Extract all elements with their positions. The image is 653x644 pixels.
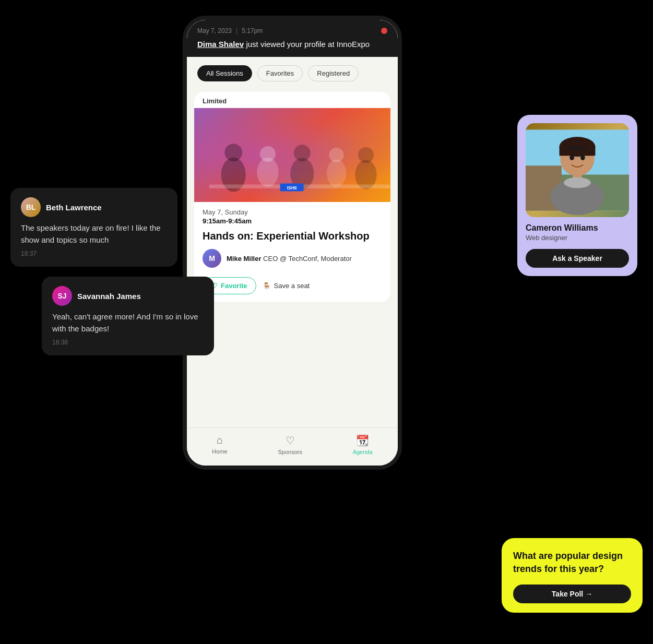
home-icon: ⌂	[217, 434, 223, 446]
phone-screen: May 7, 2023 | 5:17pm Dima Shalev just vi…	[183, 16, 402, 470]
sponsors-icon: ♡	[286, 434, 295, 447]
svg-point-6	[327, 159, 347, 187]
bottom-nav: ⌂ Home ♡ Sponsors 📆 Agenda	[187, 427, 398, 466]
chat-message-savannah: Yeah, can't agree more! And I'm so in lo…	[52, 311, 204, 335]
notification-meta-left: May 7, 2023 | 5:17pm	[197, 27, 263, 34]
conference-silhouettes: ISHII	[194, 108, 390, 202]
speaker-card-name: Cameron Williams	[526, 223, 629, 233]
svg-text:ISHII: ISHII	[287, 185, 297, 190]
svg-point-2	[257, 158, 278, 187]
speaker-role: CEO @ TechConf, Moderator	[263, 255, 352, 263]
session-info: May 7, Sunday 9:15am-9:45am Hands on: Ex…	[194, 202, 390, 277]
svg-point-3	[260, 146, 276, 162]
notification-dot	[381, 28, 387, 34]
speaker-card-role: Web designer	[526, 234, 629, 242]
conference-svg: ISHII	[194, 108, 390, 202]
svg-point-20	[580, 155, 585, 160]
svg-point-5	[294, 145, 311, 161]
speaker-card-photo	[526, 123, 629, 217]
chat-message-beth: The speakers today are on fire! I like t…	[21, 222, 167, 246]
separator: |	[236, 27, 238, 34]
nav-sponsors[interactable]: ♡ Sponsors	[278, 434, 302, 455]
notification-text: Dima Shalev just viewed your profile at …	[197, 39, 387, 50]
session-actions: ♡ Favorite 🪑 Save a seat	[194, 277, 390, 294]
session-speaker: M Mike Miller CEO @ TechConf, Moderator	[203, 249, 382, 268]
speaker-avatar: M	[203, 249, 221, 268]
session-card: Limited	[194, 92, 390, 302]
session-time: 9:15am-9:45am	[203, 217, 382, 225]
limited-badge: Limited	[194, 92, 390, 108]
svg-point-7	[329, 148, 344, 162]
chat-bubble-savannah: SJ Savannah James Yeah, can't agree more…	[42, 277, 214, 355]
session-image: ISHII	[194, 108, 390, 202]
svg-point-1	[224, 144, 242, 161]
poll-card: What are popular design trends for this …	[502, 538, 643, 613]
seat-icon: 🪑	[263, 282, 271, 290]
avatar-savannah: SJ	[52, 286, 72, 306]
notification-date: May 7, 2023	[197, 27, 232, 34]
notification-time: 5:17pm	[242, 27, 263, 34]
favorite-label: Favorite	[221, 282, 247, 290]
tabs-bar: All Sessions Favorites Registered	[187, 57, 398, 87]
nav-home-label: Home	[212, 448, 227, 455]
avatar-beth: BL	[21, 197, 41, 217]
notification-bar: May 7, 2023 | 5:17pm Dima Shalev just vi…	[187, 20, 398, 57]
agenda-icon: 📆	[356, 434, 369, 447]
chat-user-beth: BL Beth Lawrence	[21, 197, 167, 217]
svg-rect-24	[568, 147, 587, 150]
nav-agenda-label: Agenda	[353, 449, 373, 455]
speaker-name: Mike Miller	[227, 255, 261, 263]
svg-point-19	[569, 155, 574, 160]
chat-time-beth: 18:37	[21, 250, 167, 257]
nav-home[interactable]: ⌂ Home	[212, 434, 227, 455]
ask-speaker-button[interactable]: Ask a Speaker	[526, 249, 629, 268]
chat-user-savannah: SJ Savannah James	[52, 286, 204, 306]
nav-sponsors-label: Sponsors	[278, 449, 302, 455]
save-seat-label: Save a seat	[274, 282, 310, 290]
tab-all-sessions[interactable]: All Sessions	[197, 65, 252, 81]
tab-favorites[interactable]: Favorites	[257, 65, 303, 81]
take-poll-button[interactable]: Take Poll →	[513, 585, 631, 603]
chat-name-beth: Beth Lawrence	[46, 203, 102, 212]
speaker-info: Mike Miller CEO @ TechConf, Moderator	[227, 255, 352, 263]
notification-viewer: Dima Shalev	[197, 40, 244, 49]
chat-name-savannah: Savannah James	[77, 292, 141, 301]
chat-time-savannah: 18:38	[52, 339, 204, 346]
chat-bubble-beth: BL Beth Lawrence The speakers today are …	[10, 188, 177, 267]
poll-question: What are popular design trends for this …	[513, 550, 631, 575]
tab-registered[interactable]: Registered	[308, 65, 359, 81]
speaker-photo-svg	[526, 123, 629, 217]
notification-meta: May 7, 2023 | 5:17pm	[197, 27, 387, 34]
svg-point-23	[564, 177, 591, 188]
save-seat-button[interactable]: 🪑 Save a seat	[263, 282, 310, 290]
session-date: May 7, Sunday	[203, 208, 382, 216]
nav-agenda[interactable]: 📆 Agenda	[353, 434, 373, 455]
speaker-card: Cameron Williams Web designer Ask a Spea…	[517, 115, 637, 276]
notification-suffix: just viewed your profile at InnoExpo	[244, 40, 370, 49]
session-title: Hands on: Experiential Workshop	[203, 229, 382, 243]
svg-point-9	[358, 147, 374, 163]
